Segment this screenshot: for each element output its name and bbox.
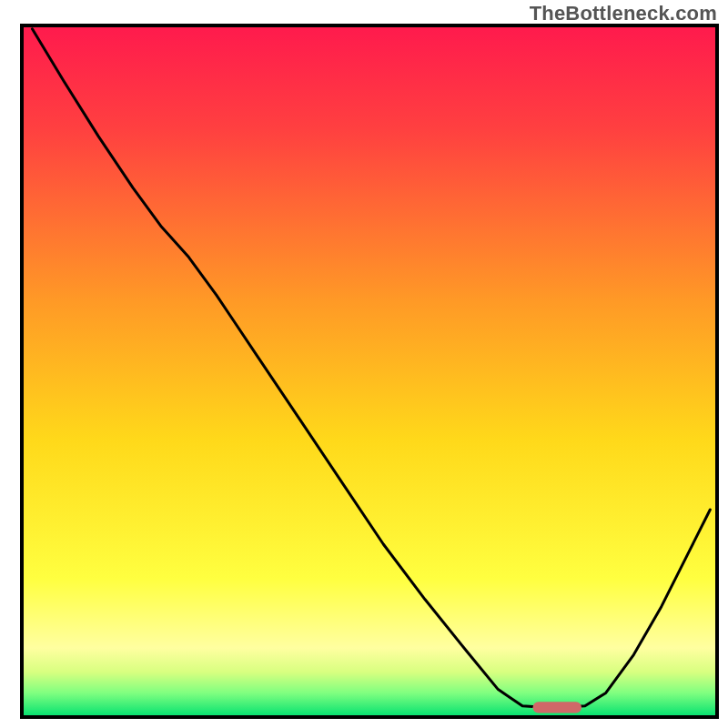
plot-background	[22, 25, 717, 717]
watermark-text: TheBottleneck.com	[530, 2, 717, 25]
chart-container: TheBottleneck.com	[0, 0, 728, 728]
optimal-range-marker	[533, 702, 581, 713]
bottleneck-chart	[0, 0, 728, 728]
